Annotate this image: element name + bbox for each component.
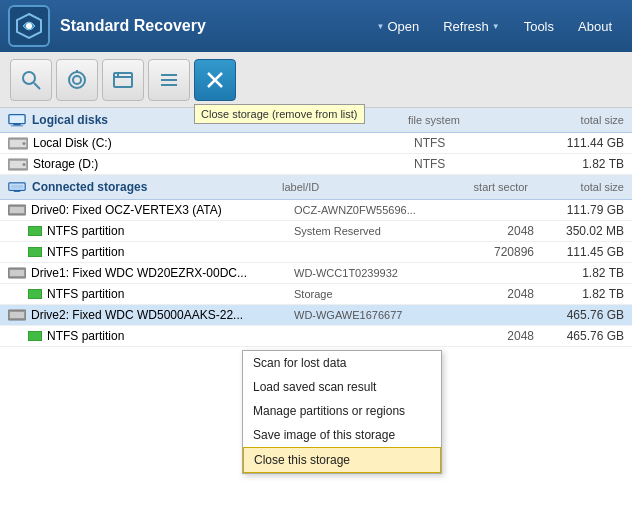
svg-rect-17 — [11, 125, 24, 126]
menu-refresh-arrow: ▼ — [492, 22, 500, 31]
svg-point-2 — [23, 72, 35, 84]
svg-point-4 — [69, 72, 85, 88]
drive-icon-2 — [8, 309, 26, 321]
svg-rect-33 — [28, 289, 42, 299]
drive-icon-0 — [8, 204, 26, 216]
close-storage-button[interactable] — [194, 59, 236, 101]
storage-row-drive1[interactable]: Drive1: Fixed WDC WD20EZRX-00DC... WD-WC… — [0, 263, 632, 284]
svg-rect-25 — [10, 185, 23, 189]
context-close-storage[interactable]: Close this storage — [243, 447, 441, 473]
main-content: Logical disks file system total size Loc… — [0, 108, 632, 508]
search-button[interactable] — [10, 59, 52, 101]
partition-icon-2-1 — [28, 331, 42, 341]
storage-row-ntfs-0-2[interactable]: NTFS partition 720896 111.45 GB — [0, 242, 632, 263]
recover-button[interactable] — [102, 59, 144, 101]
svg-line-3 — [34, 83, 40, 89]
svg-point-5 — [73, 76, 81, 84]
partition-icon-1-1 — [28, 289, 42, 299]
storage-row-ntfs-0-1[interactable]: NTFS partition System Reserved 2048 350.… — [0, 221, 632, 242]
drive-icon-1 — [8, 267, 26, 279]
storage-row-drive2[interactable]: Drive2: Fixed WDC WD5000AAKS-22... WD-WG… — [0, 305, 632, 326]
context-menu: Scan for lost data Load saved scan resul… — [242, 350, 442, 474]
hdd-icon-d — [8, 158, 28, 171]
storage-row-ntfs-1-1[interactable]: NTFS partition Storage 2048 1.82 TB — [0, 284, 632, 305]
svg-rect-29 — [28, 226, 42, 236]
disk-name-d: Storage (D:) — [8, 157, 414, 171]
svg-point-23 — [23, 163, 26, 166]
svg-rect-36 — [28, 331, 42, 341]
svg-rect-7 — [114, 73, 132, 87]
disk-name-c: Local Disk (C:) — [8, 136, 414, 150]
svg-point-1 — [26, 23, 32, 29]
app-logo — [8, 5, 50, 47]
disk-row-d[interactable]: Storage (D:) NTFS 1.82 TB — [0, 154, 632, 175]
context-save-image[interactable]: Save image of this storage — [243, 423, 441, 447]
connected-storages-section-header: Connected storages label/ID start sector… — [0, 175, 632, 200]
menu-bar: Standard Recovery ▼ Open Refresh ▼ Tools… — [0, 0, 632, 52]
partition-icon-0-2 — [28, 247, 42, 257]
context-manage-partitions[interactable]: Manage partitions or regions — [243, 399, 441, 423]
partition-icon-0-1 — [28, 226, 42, 236]
svg-rect-26 — [14, 190, 21, 192]
menu-about[interactable]: About — [566, 13, 624, 40]
hdd-icon-c — [8, 137, 28, 150]
menu-open[interactable]: ▼ Open — [364, 13, 431, 40]
svg-point-20 — [23, 142, 26, 145]
analyze-button[interactable] — [56, 59, 98, 101]
svg-rect-30 — [28, 247, 42, 257]
storage-row-ntfs-2-1[interactable]: NTFS partition 2048 465.76 GB — [0, 326, 632, 347]
menu-refresh[interactable]: Refresh ▼ — [431, 13, 511, 40]
context-load-scan[interactable]: Load saved scan result — [243, 375, 441, 399]
list-view-button[interactable] — [148, 59, 190, 101]
disk-row-c[interactable]: Local Disk (C:) NTFS 111.44 GB — [0, 133, 632, 154]
svg-rect-35 — [10, 312, 24, 318]
menu-open-arrow: ▼ — [376, 22, 384, 31]
close-storage-tooltip: Close storage (remove from list) — [194, 104, 365, 124]
menu-items: ▼ Open Refresh ▼ Tools About — [364, 13, 624, 40]
context-scan-lost-data[interactable]: Scan for lost data — [243, 351, 441, 375]
svg-rect-15 — [9, 115, 25, 124]
svg-rect-16 — [13, 124, 20, 126]
toolbar: Close storage (remove from list) — [0, 52, 632, 108]
app-title: Standard Recovery — [60, 17, 206, 35]
storage-row-drive0[interactable]: Drive0: Fixed OCZ-VERTEX3 (ATA) OCZ-AWNZ… — [0, 200, 632, 221]
menu-tools[interactable]: Tools — [512, 13, 566, 40]
svg-rect-28 — [10, 207, 24, 213]
svg-rect-32 — [10, 270, 24, 276]
